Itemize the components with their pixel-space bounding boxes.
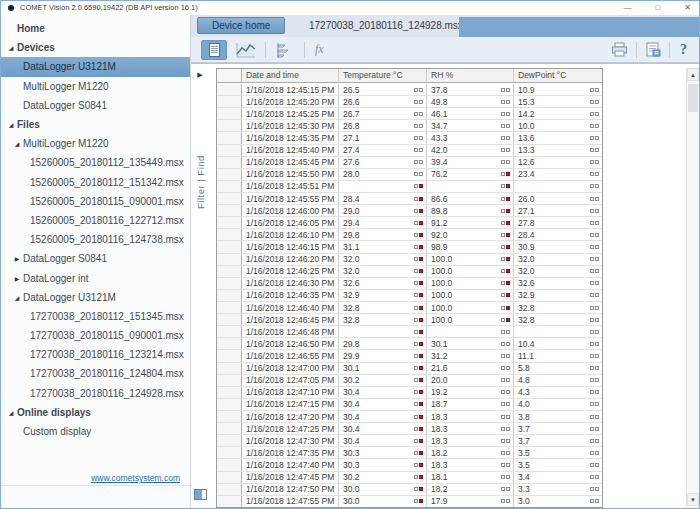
statistics-fx-button[interactable]: fx [311, 42, 328, 57]
sidebar-item[interactable]: 17270038_20180115_090001.msx [18, 326, 190, 345]
sidebar-item[interactable]: ◢Files [1, 115, 190, 134]
row-selector-cell[interactable] [217, 496, 242, 507]
expand-panel-icon[interactable]: ▶ [191, 71, 209, 79]
row-selector-cell[interactable] [217, 254, 242, 265]
graph-view-button[interactable] [233, 40, 259, 60]
row-selector-cell[interactable] [217, 363, 242, 374]
table-row[interactable]: 1/16/2018 12:46:15 PM31.198.930.9 [217, 241, 602, 253]
table-row[interactable]: 1/16/2018 12:46:05 PM29.491.227.8 [217, 217, 602, 229]
close-button[interactable]: ✕ [684, 1, 691, 15]
sidebar-item[interactable]: 17270038_20180112_151345.msx [18, 307, 190, 326]
table-row[interactable]: 1/16/2018 12:45:55 PM28.486.626.0 [217, 193, 602, 205]
sidebar-item[interactable]: 17270038_20180116_123214.msx [18, 345, 190, 364]
sidebar-item[interactable]: DataLogger U3121M [1, 57, 190, 76]
expanded-icon[interactable]: ◢ [5, 121, 17, 128]
row-selector-cell[interactable] [217, 387, 242, 398]
row-selector-cell[interactable] [217, 326, 242, 337]
table-row[interactable]: 1/16/2018 12:47:15 PM30.418.74.0 [217, 399, 602, 411]
table-row[interactable]: 1/16/2018 12:46:40 PM32.8100.032.8 [217, 302, 602, 314]
find-filter-label[interactable]: Filter | Find [195, 89, 206, 209]
table-row[interactable]: 1/16/2018 12:47:50 PM30.018.23.3 [217, 484, 602, 496]
table-row[interactable]: 1/16/2018 12:46:50 PM29.830.110.4 [217, 338, 602, 350]
help-button[interactable]: ? [678, 42, 689, 58]
table-row[interactable]: 1/16/2018 12:47:55 PM30.017.93.0 [217, 496, 602, 507]
row-selector-cell[interactable] [217, 447, 242, 458]
table-view-button[interactable] [201, 40, 227, 60]
sidebar-item[interactable]: 15260005_20180112_135449.msx [18, 153, 190, 172]
sidebar-item[interactable]: DataLogger S0841 [11, 96, 190, 115]
row-selector-cell[interactable] [217, 399, 242, 410]
table-row[interactable]: 1/16/2018 12:46:30 PM32.6100.032.6 [217, 278, 602, 290]
scrollbar-thumb[interactable] [688, 84, 698, 112]
table-row[interactable]: 1/16/2018 12:45:50 PM28.076.223.4 [217, 169, 602, 181]
row-selector-cell[interactable] [217, 375, 242, 386]
row-selector-cell[interactable] [217, 472, 242, 483]
row-selector-cell[interactable] [217, 290, 242, 301]
table-row[interactable]: 1/16/2018 12:47:30 PM30.418.33.7 [217, 435, 602, 447]
row-selector-cell[interactable] [217, 302, 242, 313]
vertical-scrollbar[interactable]: ▲ ▼ [686, 68, 699, 508]
column-header[interactable]: RH % [427, 69, 514, 82]
sidebar-item[interactable]: ▶DataLogger S0841 [11, 249, 190, 268]
row-selector-cell[interactable] [217, 350, 242, 361]
print-button[interactable] [611, 42, 628, 57]
sidebar-item[interactable]: 15260005_20180112_151342.msx [18, 173, 190, 192]
table-row[interactable]: 1/16/2018 12:47:25 PM30.418.33.7 [217, 423, 602, 435]
row-selector-cell[interactable] [217, 423, 242, 434]
row-selector-cell[interactable] [217, 132, 242, 143]
sidebar-item[interactable]: Custom display [11, 422, 190, 441]
scroll-up-icon[interactable]: ▲ [687, 68, 699, 81]
row-selector-cell[interactable] [217, 411, 242, 422]
column-header[interactable] [217, 69, 242, 82]
row-selector-cell[interactable] [217, 193, 242, 204]
table-row[interactable]: 1/16/2018 12:45:15 PM26.537.810.9 [217, 84, 602, 96]
table-row[interactable]: 1/16/2018 12:45:25 PM26.746.114.2 [217, 108, 602, 120]
table-row[interactable]: 1/16/2018 12:46:55 PM29.931.211.1 [217, 350, 602, 362]
table-row[interactable]: 1/16/2018 12:46:45 PM32.8100.032.8 [217, 314, 602, 326]
table-row[interactable]: 1/16/2018 12:45:51 PM [217, 181, 602, 193]
sidebar-item[interactable]: 15260005_20180115_090001.msx [18, 192, 190, 211]
table-row[interactable]: 1/16/2018 12:46:10 PM29.892.028.4 [217, 229, 602, 241]
filter-label[interactable]: Filter [195, 185, 206, 209]
table-row[interactable]: 1/16/2018 12:46:20 PM32.0100.032.0 [217, 254, 602, 266]
sidebar-item[interactable]: ◢MultiLogger M1220 [11, 134, 190, 153]
row-selector-cell[interactable] [217, 484, 242, 495]
report-button[interactable]: R [645, 42, 661, 57]
sidebar-item[interactable]: Home [1, 19, 190, 38]
sidebar-item[interactable]: ◢Devices [1, 38, 190, 57]
sidebar-item[interactable]: ◢Online displays [1, 403, 190, 422]
sidebar-item[interactable]: ◢DataLogger U3121M [11, 288, 190, 307]
sidebar-item[interactable]: 15260005_20180116_124738.msx [18, 230, 190, 249]
column-header[interactable]: DewPoint °C [514, 69, 602, 82]
find-filter-panel[interactable]: ▶ Filter | Find [191, 64, 209, 508]
sidebar-item[interactable]: 17270038_20180116_124928.msx [18, 384, 190, 403]
row-selector-cell[interactable] [217, 120, 242, 131]
scroll-down-icon[interactable]: ▼ [687, 493, 699, 506]
table-row[interactable]: 1/16/2018 12:47:20 PM30.418.33.8 [217, 411, 602, 423]
table-row[interactable]: 1/16/2018 12:45:20 PM26.649.815.3 [217, 96, 602, 108]
column-header[interactable]: Date and time [242, 69, 339, 82]
row-selector-cell[interactable] [217, 241, 242, 252]
row-selector-cell[interactable] [217, 459, 242, 470]
table-row[interactable]: 1/16/2018 12:47:05 PM30.220.04.8 [217, 375, 602, 387]
table-row[interactable]: 1/16/2018 12:46:25 PM32.0100.032.0 [217, 266, 602, 278]
find-label[interactable]: Find [195, 155, 206, 175]
table-row[interactable]: 1/16/2018 12:45:45 PM27.639.412.6 [217, 157, 602, 169]
column-header[interactable]: Temperature °C [339, 69, 427, 82]
row-selector-cell[interactable] [217, 338, 242, 349]
sidebar-item[interactable]: 17270038_20180116_124804.msx [18, 364, 190, 383]
table-row[interactable]: 1/16/2018 12:46:48 PM [217, 326, 602, 338]
row-selector-cell[interactable] [217, 314, 242, 325]
row-selector-cell[interactable] [217, 157, 242, 168]
row-selector-cell[interactable] [217, 96, 242, 107]
row-selector-cell[interactable] [217, 435, 242, 446]
table-row[interactable]: 1/16/2018 12:46:00 PM29.089.827.1 [217, 205, 602, 217]
row-selector-cell[interactable] [217, 266, 242, 277]
expanded-icon[interactable]: ◢ [11, 140, 23, 147]
records-view-button[interactable] [272, 40, 298, 60]
expanded-icon[interactable]: ◢ [5, 409, 17, 416]
table-row[interactable]: 1/16/2018 12:45:35 PM27.143.313.6 [217, 132, 602, 144]
table-row[interactable]: 1/16/2018 12:47:40 PM30.318.33.5 [217, 459, 602, 471]
row-selector-cell[interactable] [217, 205, 242, 216]
table-row[interactable]: 1/16/2018 12:47:35 PM30.318.23.5 [217, 447, 602, 459]
